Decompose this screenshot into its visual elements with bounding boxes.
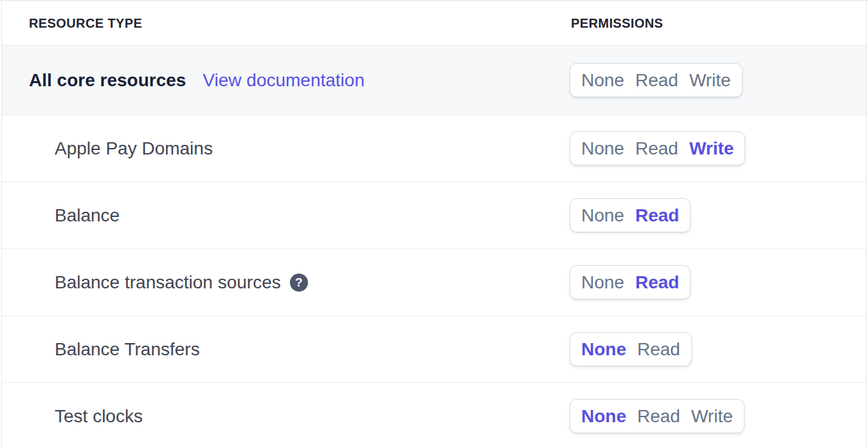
resource-name: Balance transaction sources [55,272,281,293]
permissions-segmented-control: NoneReadWrite [570,63,743,97]
permission-option-write[interactable]: Write [689,70,731,91]
resource-cell: Test clocks [2,406,570,427]
resource-name: Balance [55,205,120,226]
table-row: All core resourcesView documentationNone… [2,45,866,115]
permission-option-none[interactable]: None [581,406,626,427]
view-documentation-link[interactable]: View documentation [203,70,365,91]
resource-name: All core resources [29,70,186,91]
column-header-permissions: PERMISSIONS [570,16,866,31]
resource-name: Test clocks [55,406,143,427]
resource-cell: All core resourcesView documentation [2,70,570,91]
permissions-table: RESOURCE TYPE PERMISSIONS All core resou… [1,1,867,448]
permissions-segmented-control: NoneRead [570,332,692,366]
permissions-cell: NoneRead [570,332,866,366]
permission-option-none[interactable]: None [581,272,624,293]
permission-option-read[interactable]: Read [635,70,678,91]
permission-option-read[interactable]: Read [635,272,679,293]
permission-option-write[interactable]: Write [689,138,734,159]
permissions-segmented-control: NoneRead [570,265,691,299]
resource-name: Balance Transfers [55,339,200,360]
resource-cell: Balance [2,205,570,226]
permission-option-none[interactable]: None [581,138,624,159]
resource-cell: Apple Pay Domains [2,138,570,159]
resource-cell: Balance transaction sources? [2,272,570,293]
table-header-row: RESOURCE TYPE PERMISSIONS [2,1,866,45]
permissions-segmented-control: NoneReadWrite [570,131,745,165]
table-body: All core resourcesView documentationNone… [2,45,866,448]
permission-option-write[interactable]: Write [691,406,733,427]
help-icon[interactable]: ? [290,274,308,292]
column-header-resource-type: RESOURCE TYPE [2,16,570,31]
permission-option-read[interactable]: Read [635,138,678,159]
permissions-segmented-control: NoneReadWrite [570,399,745,433]
table-row: Apple Pay DomainsNoneReadWrite [2,115,866,182]
permission-option-read[interactable]: Read [635,205,679,226]
table-row: Balance transaction sources?NoneRead [2,248,866,315]
permissions-cell: NoneRead [570,198,866,232]
permissions-segmented-control: NoneRead [570,198,691,232]
resource-cell: Balance Transfers [2,339,570,360]
resource-name: Apple Pay Domains [55,138,213,159]
table-row: Balance TransfersNoneRead [2,315,866,382]
permissions-cell: NoneReadWrite [570,399,866,433]
permission-option-none[interactable]: None [581,70,624,91]
table-row: Test clocksNoneReadWrite [2,382,866,448]
permissions-cell: NoneReadWrite [570,63,866,97]
permission-option-none[interactable]: None [581,339,626,360]
permissions-cell: NoneReadWrite [570,131,866,165]
table-row: BalanceNoneRead [2,182,866,248]
permission-option-none[interactable]: None [581,205,624,226]
permission-option-read[interactable]: Read [637,406,680,427]
permission-option-read[interactable]: Read [637,339,680,360]
permissions-cell: NoneRead [570,265,866,299]
